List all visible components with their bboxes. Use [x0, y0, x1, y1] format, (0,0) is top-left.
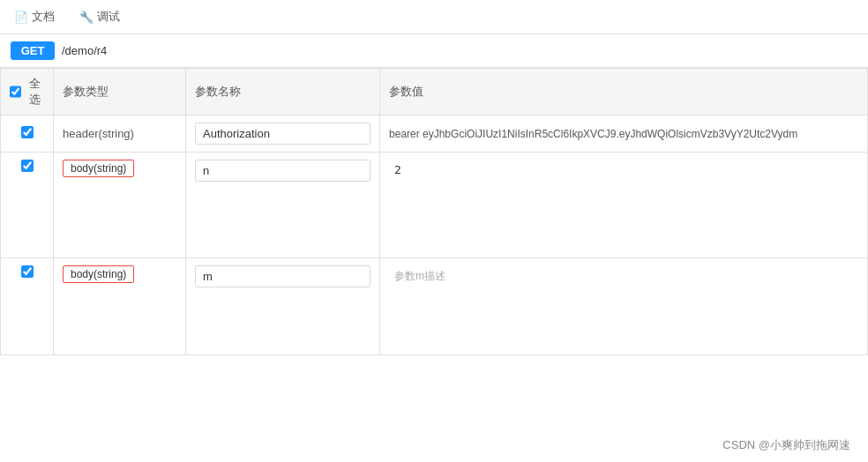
row-n-type: body(string) [63, 160, 134, 177]
th-param-type: 参数类型 [54, 69, 186, 116]
row-m-desc-label: 参数m描述 [389, 265, 858, 287]
row-auth-value: bearer eyJhbGciOiJIUzI1NiIsInR5cCl6IkpXV… [389, 128, 797, 140]
request-url: /demo/r4 [62, 44, 107, 57]
row-n-name-cell [186, 153, 380, 258]
nav-debug-label: 调试 [97, 9, 120, 25]
row-m-value-cell: 参数m描述 [380, 258, 868, 355]
th-param-value: 参数值 [380, 69, 868, 116]
row-auth-check-cell [1, 116, 54, 153]
params-table: 全选 参数类型 参数名称 参数值 header(string) [0, 68, 868, 355]
row-n-value-input[interactable]: 2 [389, 160, 858, 230]
table-row: body(string) 2 [1, 153, 868, 258]
row-auth-type: header(string) [63, 127, 134, 140]
table-row: body(string) 参数m描述 [1, 258, 868, 355]
table-row: header(string) bearer eyJhbGciOiJIUzI1Ni… [1, 116, 868, 153]
row-n-checkbox[interactable] [21, 160, 34, 172]
select-all-label: 全选 [25, 76, 44, 108]
debug-icon: 🔧 [79, 11, 94, 24]
nav-item-debug[interactable]: 🔧 调试 [74, 5, 125, 28]
row-m-check-cell [1, 258, 54, 355]
th-param-name: 参数名称 [186, 69, 380, 116]
th-select-all: 全选 [1, 69, 54, 116]
row-m-type: body(string) [63, 265, 134, 283]
method-badge: GET [11, 41, 55, 60]
row-m-name-cell [186, 258, 380, 355]
row-auth-name-cell [186, 116, 380, 153]
row-n-value-cell: 2 [380, 153, 868, 258]
top-nav: 📄 文档 🔧 调试 [0, 0, 868, 34]
row-n-type-cell: body(string) [54, 153, 186, 258]
nav-item-doc[interactable]: 📄 文档 [9, 5, 60, 28]
row-auth-value-cell: bearer eyJhbGciOiJIUzI1NiIsInR5cCl6IkpXV… [380, 116, 868, 153]
params-table-container: 全选 参数类型 参数名称 参数值 header(string) [0, 68, 868, 451]
select-all-checkbox[interactable] [10, 86, 21, 98]
row-n-check-cell [1, 153, 54, 258]
row-m-checkbox[interactable] [21, 265, 34, 278]
row-auth-type-cell: header(string) [54, 116, 186, 153]
row-auth-checkbox[interactable] [21, 126, 34, 138]
row-auth-name-input[interactable] [195, 123, 370, 145]
request-bar: GET /demo/r4 [0, 34, 868, 68]
row-n-name-input[interactable] [195, 160, 370, 182]
nav-doc-label: 文档 [32, 9, 55, 25]
row-m-name-input[interactable] [195, 265, 370, 287]
doc-icon: 📄 [14, 11, 28, 24]
row-m-type-cell: body(string) [54, 258, 186, 355]
